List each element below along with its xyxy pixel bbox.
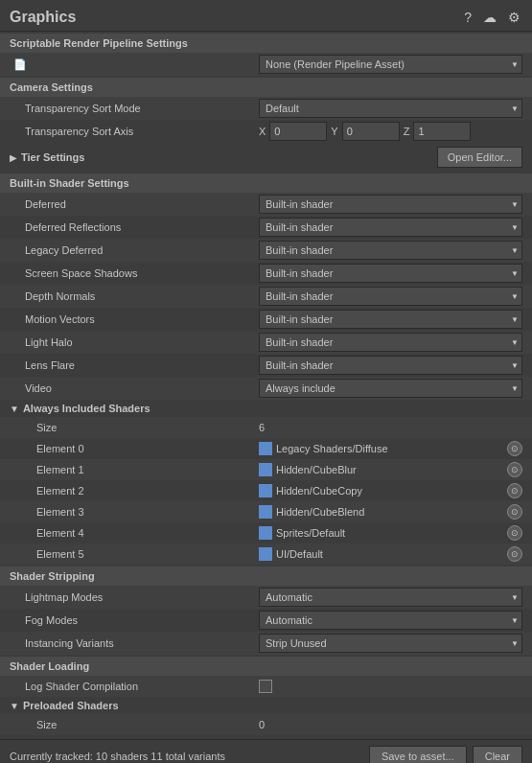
light-halo-row: Light Halo Built-in shader xyxy=(0,331,532,354)
transparency-sort-axis-value: X Y Z xyxy=(259,122,522,141)
shader-icon-0 xyxy=(259,442,272,455)
light-halo-value: Built-in shader xyxy=(259,333,522,352)
x-input[interactable] xyxy=(269,122,327,141)
tier-settings-toggle[interactable]: ▶ Tier Settings xyxy=(10,151,437,163)
page-title: Graphics xyxy=(10,9,76,26)
element-0-value: Legacy Shaders/Diffuse ⊙ xyxy=(259,441,522,456)
lens-flare-value: Built-in shader xyxy=(259,356,522,375)
deferred-row: Deferred Built-in shader xyxy=(0,193,532,216)
lens-flare-row: Lens Flare Built-in shader xyxy=(0,354,532,377)
transparency-sort-mode-dropdown[interactable]: Default xyxy=(259,99,522,118)
always-included-header[interactable]: ▼ Always Included Shaders xyxy=(0,400,532,417)
legacy-deferred-value: Built-in shader xyxy=(259,241,522,260)
preloaded-shaders-size-value: 0 xyxy=(259,718,522,731)
always-included-triangle: ▼ xyxy=(10,404,19,414)
log-shader-checkbox[interactable] xyxy=(259,680,272,693)
lens-flare-dropdown[interactable]: Built-in shader xyxy=(259,356,522,375)
scriptable-render-row: 📄 None (Render Pipeline Asset) xyxy=(0,53,532,76)
transparency-sort-mode-select-wrapper: Default xyxy=(259,99,522,118)
cloud-icon[interactable]: ☁ xyxy=(481,8,498,27)
z-input[interactable] xyxy=(413,122,471,141)
scriptable-render-section: Scriptable Render Pipeline Settings xyxy=(0,34,532,53)
preloaded-shaders-header[interactable]: ▼ Preloaded Shaders xyxy=(0,697,532,714)
motion-vectors-value: Built-in shader xyxy=(259,310,522,329)
screen-space-shadows-value: Built-in shader xyxy=(259,264,522,283)
scriptable-render-dropdown[interactable]: None (Render Pipeline Asset) xyxy=(259,55,522,74)
lens-flare-label: Lens Flare xyxy=(10,359,259,371)
legacy-deferred-dropdown[interactable]: Built-in shader xyxy=(259,241,522,260)
legacy-deferred-row: Legacy Deferred Built-in shader xyxy=(0,239,532,262)
element-4-text: Sprites/Default xyxy=(276,527,503,539)
screen-space-shadows-row: Screen Space Shadows Built-in shader xyxy=(0,262,532,285)
depth-normals-dropdown[interactable]: Built-in shader xyxy=(259,287,522,306)
scriptable-render-select-wrapper: None (Render Pipeline Asset) xyxy=(259,55,522,74)
element-2-label: Element 2 xyxy=(10,485,259,497)
deferred-value: Built-in shader xyxy=(259,195,522,214)
element-5-circle-btn[interactable]: ⊙ xyxy=(507,546,522,562)
deferred-dropdown[interactable]: Built-in shader xyxy=(259,195,522,214)
shader-icon-1 xyxy=(259,463,272,476)
deferred-label: Deferred xyxy=(10,198,259,210)
motion-vectors-dropdown[interactable]: Built-in shader xyxy=(259,310,522,329)
clear-button[interactable]: Clear xyxy=(473,746,522,763)
always-included-label: Always Included Shaders xyxy=(23,403,150,414)
light-halo-dropdown[interactable]: Built-in shader xyxy=(259,333,522,352)
open-editor-button[interactable]: Open Editor... xyxy=(437,147,522,168)
depth-normals-label: Depth Normals xyxy=(10,290,259,302)
element-1-circle-btn[interactable]: ⊙ xyxy=(507,462,522,477)
video-dropdown[interactable]: Always include xyxy=(259,379,522,398)
motion-vectors-row: Motion Vectors Built-in shader xyxy=(0,308,532,331)
transparency-sort-mode-label: Transparency Sort Mode xyxy=(10,103,259,114)
preloaded-shaders-size-number: 0 xyxy=(259,719,265,730)
always-included-size-label: Size xyxy=(10,422,259,433)
transparency-sort-mode-value: Default xyxy=(259,99,522,118)
save-to-asset-button[interactable]: Save to asset... xyxy=(369,746,467,763)
y-input[interactable] xyxy=(342,122,400,141)
screen-space-shadows-dropdown[interactable]: Built-in shader xyxy=(259,264,522,283)
instancing-variants-dropdown[interactable]: Strip Unused xyxy=(259,634,522,653)
element-4-circle-btn[interactable]: ⊙ xyxy=(507,525,522,541)
lightmap-modes-dropdown[interactable]: Automatic xyxy=(259,588,522,607)
element-0-row: Element 0 Legacy Shaders/Diffuse ⊙ xyxy=(0,438,532,459)
shader-icon-4 xyxy=(259,526,272,540)
element-2-circle-btn[interactable]: ⊙ xyxy=(507,483,522,498)
motion-vectors-label: Motion Vectors xyxy=(10,313,259,325)
z-label: Z xyxy=(404,126,410,137)
shader-icon-3 xyxy=(259,505,272,519)
always-included-size-number: 6 xyxy=(259,422,265,433)
log-shader-label: Log Shader Compilation xyxy=(10,681,259,692)
log-shader-checkbox-wrapper xyxy=(259,680,522,693)
deferred-reflections-dropdown[interactable]: Built-in shader xyxy=(259,218,522,237)
log-shader-row: Log Shader Compilation xyxy=(0,676,532,697)
element-3-row: Element 3 Hidden/CubeBlend ⊙ xyxy=(0,501,532,522)
bottom-buttons: Save to asset... Clear xyxy=(369,746,522,763)
help-icon[interactable]: ? xyxy=(462,8,474,27)
element-0-circle-btn[interactable]: ⊙ xyxy=(507,441,522,456)
gear-icon[interactable]: ⚙ xyxy=(506,8,522,27)
element-4-label: Element 4 xyxy=(10,527,259,539)
y-label: Y xyxy=(331,126,337,137)
light-halo-label: Light Halo xyxy=(10,336,259,348)
element-1-label: Element 1 xyxy=(10,464,259,475)
tier-settings-label: Tier Settings xyxy=(21,151,84,163)
preloaded-shaders-size-label: Size xyxy=(10,719,259,730)
fog-modes-dropdown[interactable]: Automatic xyxy=(259,611,522,630)
lightmap-modes-label: Lightmap Modes xyxy=(10,591,259,603)
log-shader-value xyxy=(259,680,522,693)
element-1-text: Hidden/CubeBlur xyxy=(276,464,503,475)
preloaded-shaders-triangle: ▼ xyxy=(10,701,19,711)
element-1-row: Element 1 Hidden/CubeBlur ⊙ xyxy=(0,459,532,480)
preloaded-shaders-label: Preloaded Shaders xyxy=(23,700,119,711)
scriptable-render-label: 📄 xyxy=(10,58,259,71)
instancing-variants-label: Instancing Variants xyxy=(10,637,259,649)
element-5-label: Element 5 xyxy=(10,548,259,560)
element-5-text: UI/Default xyxy=(276,548,503,560)
element-3-circle-btn[interactable]: ⊙ xyxy=(507,504,522,520)
element-5-value: UI/Default ⊙ xyxy=(259,546,522,562)
lightmap-modes-value: Automatic xyxy=(259,588,522,607)
element-4-value: Sprites/Default ⊙ xyxy=(259,525,522,541)
builtin-shader-section: Built-in Shader Settings xyxy=(0,173,532,193)
deferred-reflections-value: Built-in shader xyxy=(259,218,522,237)
transparency-sort-axis-label: Transparency Sort Axis xyxy=(10,126,259,137)
transparency-sort-mode-row: Transparency Sort Mode Default xyxy=(0,97,532,120)
